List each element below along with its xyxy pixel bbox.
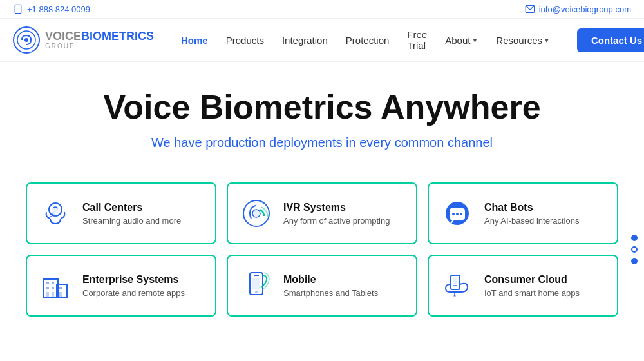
- ivr-title: IVR Systems: [283, 202, 390, 213]
- consumer-cloud-subtitle: IoT and smart home apps: [484, 288, 580, 298]
- nav-resources[interactable]: Resources ▼: [488, 31, 558, 50]
- call-centers-text: Call Centers Streaming audio and more: [82, 202, 181, 226]
- svg-point-13: [452, 213, 455, 215]
- enterprise-subtitle: Corporate and remote apps: [82, 288, 185, 298]
- hero-subtitle: We have production deployments in every …: [13, 135, 631, 150]
- consumer-cloud-text: Consumer Cloud IoT and smart home apps: [484, 274, 580, 298]
- dot-2[interactable]: [631, 246, 638, 253]
- email-address: info@voicebiogroup.com: [539, 5, 631, 14]
- ivr-text: IVR Systems Any form of active prompting: [283, 202, 390, 226]
- side-dots: [631, 235, 638, 264]
- svg-rect-29: [252, 278, 260, 289]
- ivr-icon: [238, 195, 274, 231]
- hero-title: Voice Biometrics Anywhere: [13, 88, 631, 126]
- svg-point-15: [460, 213, 462, 215]
- about-arrow: ▼: [471, 37, 478, 44]
- nav-free-trial[interactable]: Free Trial: [399, 25, 435, 55]
- enterprise-title: Enterprise Systems: [82, 274, 185, 286]
- card-ivr[interactable]: IVR Systems Any form of active prompting: [227, 182, 417, 244]
- enterprise-text: Enterprise Systems Corporate and remote …: [82, 274, 185, 298]
- call-centers-subtitle: Streaming audio and more: [82, 216, 181, 226]
- svg-rect-22: [46, 292, 49, 297]
- card-enterprise[interactable]: Enterprise Systems Corporate and remote …: [26, 255, 216, 317]
- svg-point-5: [24, 38, 28, 42]
- nav-integration[interactable]: Integration: [274, 31, 336, 50]
- card-call-centers[interactable]: Call Centers Streaming audio and more: [26, 182, 216, 244]
- nav-protection[interactable]: Protection: [338, 31, 397, 50]
- chat-bots-title: Chat Bots: [484, 202, 579, 213]
- dot-1[interactable]: [631, 235, 638, 241]
- consumer-cloud-title: Consumer Cloud: [484, 274, 580, 286]
- svg-rect-31: [453, 278, 457, 284]
- svg-point-28: [255, 291, 258, 293]
- hero-section: Voice Biometrics Anywhere We have produc…: [0, 62, 644, 182]
- svg-rect-23: [52, 292, 54, 297]
- phone-number: +1 888 824 0099: [27, 5, 90, 14]
- card-chat-bots[interactable]: Chat Bots Any AI-based interactions: [428, 182, 618, 244]
- resources-arrow: ▼: [544, 37, 550, 44]
- svg-rect-21: [52, 287, 54, 289]
- logo[interactable]: VOICEBIOMETRICS GROUP: [13, 26, 154, 54]
- svg-rect-19: [52, 282, 54, 284]
- cards-section: Call Centers Streaming audio and more IV…: [0, 182, 644, 317]
- call-centers-title: Call Centers: [82, 202, 181, 213]
- cards-grid: Call Centers Streaming audio and more IV…: [26, 182, 618, 317]
- svg-rect-24: [59, 287, 62, 289]
- top-bar: +1 888 824 0099 info@voicebiogroup.com: [0, 0, 644, 19]
- nav-home[interactable]: Home: [173, 31, 216, 50]
- chat-bots-icon: [439, 195, 475, 231]
- svg-rect-0: [15, 5, 21, 13]
- contact-button[interactable]: Contact Us: [577, 28, 644, 52]
- mobile-title: Mobile: [283, 274, 378, 286]
- phone-icon: [13, 4, 23, 14]
- mobile-text: Mobile Smartphones and Tablets: [283, 274, 378, 298]
- svg-rect-20: [46, 287, 49, 289]
- dot-3[interactable]: [631, 258, 638, 264]
- card-mobile[interactable]: Mobile Smartphones and Tablets: [227, 255, 417, 317]
- svg-point-10: [252, 210, 260, 217]
- consumer-cloud-icon: [439, 268, 475, 304]
- header: VOICEBIOMETRICS GROUP Home Products Inte…: [0, 19, 644, 62]
- email-icon: [525, 4, 535, 14]
- main-nav: Home Products Integration Protection Fre…: [173, 25, 558, 55]
- phone-bar[interactable]: +1 888 824 0099: [13, 4, 90, 14]
- enterprise-icon: [37, 268, 73, 304]
- card-consumer-cloud[interactable]: Consumer Cloud IoT and smart home apps: [428, 255, 618, 317]
- nav-products[interactable]: Products: [218, 31, 272, 50]
- logo-icon: [13, 26, 40, 54]
- email-bar[interactable]: info@voicebiogroup.com: [525, 4, 631, 14]
- svg-point-14: [456, 213, 459, 215]
- ivr-subtitle: Any form of active prompting: [283, 216, 390, 226]
- chat-bots-text: Chat Bots Any AI-based interactions: [484, 202, 579, 226]
- svg-rect-16: [44, 279, 58, 297]
- logo-text: VOICEBIOMETRICS: [45, 30, 154, 43]
- mobile-subtitle: Smartphones and Tablets: [283, 288, 378, 298]
- call-centers-icon: [37, 195, 73, 231]
- mobile-icon: [238, 268, 274, 304]
- svg-rect-18: [46, 282, 49, 284]
- svg-rect-25: [59, 292, 62, 297]
- nav-about[interactable]: About ▼: [437, 31, 486, 50]
- chat-bots-subtitle: Any AI-based interactions: [484, 216, 579, 226]
